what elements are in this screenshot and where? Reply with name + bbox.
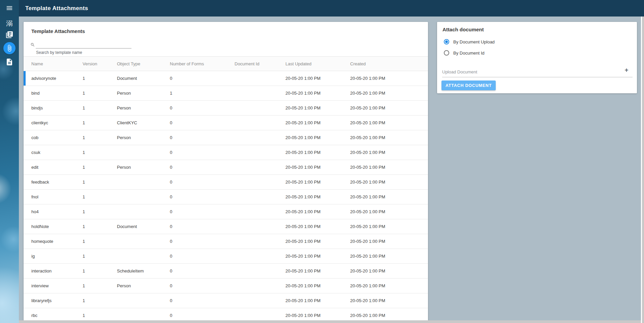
page-title: Template Attachments (19, 5, 88, 12)
cell-version: 1 (83, 105, 117, 110)
template-attachments-card: Template Attachments Search by template … (24, 22, 428, 323)
radio-by-document-upload[interactable]: By Document Upload (444, 39, 495, 44)
cell-name: holdNote (31, 224, 83, 229)
cell-name: bind (31, 91, 83, 96)
cell-number_of_forms: 0 (170, 135, 235, 140)
cell-number_of_forms: 0 (170, 239, 235, 244)
cell-object_type: Person (117, 283, 170, 288)
paperclip-icon (6, 44, 13, 52)
table-row-bind[interactable]: bind1Person120-05-20 1:00 PM20-05-20 1:0… (24, 86, 428, 101)
table-row-csuk[interactable]: csuk1020-05-20 1:00 PM20-05-20 1:00 PM (24, 145, 428, 160)
upload-field-underline (442, 77, 633, 77)
table-row-interaction[interactable]: interaction1ScheduleItem020-05-20 1:00 P… (24, 264, 428, 279)
cell-last_updated: 20-05-20 1:00 PM (285, 105, 350, 110)
radio-unselected-icon (444, 50, 449, 56)
table-row-edit[interactable]: edit1Person020-05-20 1:00 PM20-05-20 1:0… (24, 160, 428, 175)
table-row-cob[interactable]: cob1Person020-05-20 1:00 PM20-05-20 1:00… (24, 130, 428, 145)
cell-name: homequote (31, 239, 83, 244)
cell-created: 20-05-20 1:00 PM (350, 105, 420, 110)
column-header-created[interactable]: Created (350, 61, 420, 66)
vertical-scrollbar[interactable] (641, 17, 644, 323)
cell-version: 1 (83, 180, 117, 185)
card-title: Template Attachments (31, 28, 85, 34)
cell-version: 1 (83, 254, 117, 259)
cell-name: edit (31, 165, 83, 170)
cell-number_of_forms: 0 (170, 298, 235, 303)
cell-object_type: Document (117, 224, 170, 229)
cell-created: 20-05-20 1:00 PM (350, 180, 420, 185)
attachments-table: NameVersionObject TypeNumber of FormsDoc… (24, 56, 428, 323)
table-row-advisorynote[interactable]: advisorynote1Document020-05-20 1:00 PM20… (24, 71, 428, 86)
plus-icon[interactable]: + (623, 67, 630, 73)
cell-version: 1 (83, 313, 117, 318)
cell-last_updated: 20-05-20 1:00 PM (285, 150, 350, 155)
cell-last_updated: 20-05-20 1:00 PM (285, 254, 350, 259)
cell-last_updated: 20-05-20 1:00 PM (285, 194, 350, 199)
cell-object_type: Document (117, 76, 170, 81)
column-header-last_updated[interactable]: Last Updated (285, 61, 350, 66)
sidebar-item-documents[interactable] (5, 58, 13, 66)
cell-object_type: Person (117, 165, 170, 170)
table-row-ig[interactable]: ig1020-05-20 1:00 PM20-05-20 1:00 PM (24, 249, 428, 264)
cell-name: feedback (31, 180, 83, 185)
sidebar-item-attachments[interactable] (3, 42, 16, 54)
cell-last_updated: 20-05-20 1:00 PM (285, 91, 350, 96)
cell-created: 20-05-20 1:00 PM (350, 120, 420, 125)
horizontal-scrollbar[interactable] (19, 320, 641, 323)
cell-version: 1 (83, 135, 117, 140)
cell-created: 20-05-20 1:00 PM (350, 150, 420, 155)
cell-number_of_forms: 0 (170, 150, 235, 155)
cell-name: advisorynote (31, 76, 83, 81)
cell-last_updated: 20-05-20 1:00 PM (285, 209, 350, 214)
radio-by-document-id[interactable]: By Document Id (444, 50, 485, 56)
top-app-bar: Template Attachments (19, 0, 644, 17)
table-row-clientkyc[interactable]: clientkyc1ClientKYC020-05-20 1:00 PM20-0… (24, 116, 428, 130)
cell-number_of_forms: 0 (170, 194, 235, 199)
table-row-interview[interactable]: interview1Person020-05-20 1:00 PM20-05-2… (24, 279, 428, 293)
cell-created: 20-05-20 1:00 PM (350, 165, 420, 170)
cell-version: 1 (83, 165, 117, 170)
sidebar-item-logo[interactable]: 溺 (5, 20, 13, 28)
table-row-holdNote[interactable]: holdNote1Document020-05-20 1:00 PM20-05-… (24, 219, 428, 234)
cell-name: csuk (31, 150, 83, 155)
upload-document-label: Upload Document (442, 69, 477, 74)
cell-version: 1 (83, 239, 117, 244)
column-header-object_type[interactable]: Object Type (117, 61, 170, 66)
cell-number_of_forms: 0 (170, 165, 235, 170)
cell-object_type: Person (117, 105, 170, 110)
radio-label: By Document Id (453, 51, 485, 56)
column-header-document_id[interactable]: Document Id (235, 61, 285, 66)
column-header-number_of_forms[interactable]: Number of Forms (170, 61, 235, 66)
cell-name: bindjs (31, 105, 83, 110)
table-header-row: NameVersionObject TypeNumber of FormsDoc… (24, 56, 428, 71)
table-row-bindjs[interactable]: bindjs1Person020-05-20 1:00 PM20-05-20 1… (24, 101, 428, 116)
cell-version: 1 (83, 209, 117, 214)
cell-number_of_forms: 0 (170, 209, 235, 214)
cell-name: ho4 (31, 209, 83, 214)
table-row-libraryrefjs[interactable]: libraryrefjs1020-05-20 1:00 PM20-05-20 1… (24, 293, 428, 308)
cell-created: 20-05-20 1:00 PM (350, 91, 420, 96)
attach-document-button[interactable]: ATTACH DOCUMENT (441, 80, 496, 90)
sidebar-item-library[interactable] (5, 31, 13, 39)
cell-object_type: ClientKYC (117, 120, 170, 125)
column-header-name[interactable]: Name (31, 61, 83, 66)
table-row-ho4[interactable]: ho41020-05-20 1:00 PM20-05-20 1:00 PM (24, 204, 428, 219)
logo-glyph-icon: 溺 (6, 20, 13, 27)
cell-version: 1 (83, 194, 117, 199)
table-row-feedback[interactable]: feedback1020-05-20 1:00 PM20-05-20 1:00 … (24, 175, 428, 190)
cell-number_of_forms: 0 (170, 268, 235, 273)
cell-last_updated: 20-05-20 1:00 PM (285, 268, 350, 273)
cell-last_updated: 20-05-20 1:00 PM (285, 283, 350, 288)
search-input[interactable] (36, 41, 131, 49)
search-field: Search by template name (30, 41, 135, 56)
menu-icon[interactable] (6, 4, 13, 12)
attach-document-panel: Attach document By Document Upload By Do… (437, 22, 637, 93)
cell-number_of_forms: 0 (170, 283, 235, 288)
column-header-version[interactable]: Version (83, 61, 117, 66)
table-row-homequote[interactable]: homequote1020-05-20 1:00 PM20-05-20 1:00… (24, 234, 428, 249)
cell-number_of_forms: 0 (170, 180, 235, 185)
sidebar: 溺 (0, 0, 19, 323)
cell-number_of_forms: 0 (170, 120, 235, 125)
table-row-fnol[interactable]: fnol1020-05-20 1:00 PM20-05-20 1:00 PM (24, 190, 428, 204)
cell-name: rbc (31, 313, 83, 318)
